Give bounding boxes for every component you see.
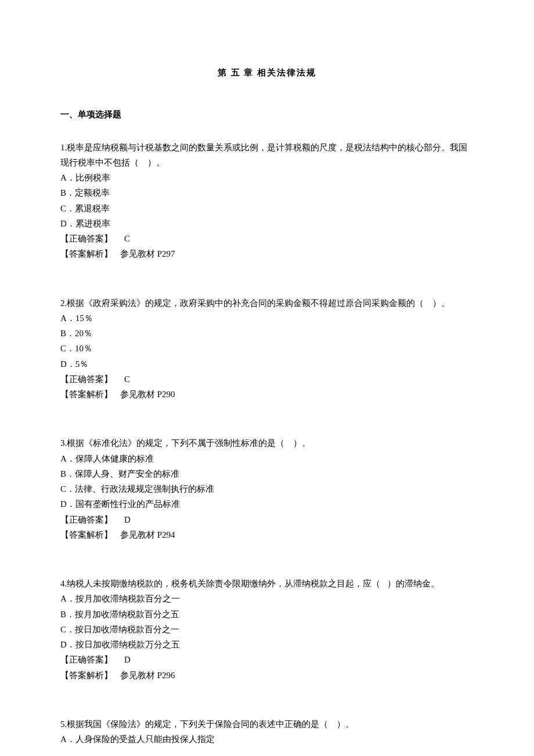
question-stem: 4.纳税人未按期缴纳税款的，税务机关除责令限期缴纳外，从滞纳税款之目起，应（ ）… [60,576,474,591]
option-a: A．按月加收滞纳税款百分之一 [60,591,474,606]
option-b: B．按月加收滞纳税款百分之五 [60,607,474,622]
answer-analysis-value: 参见教材 P297 [120,246,175,261]
option-d: D．国有垄断性行业的产品标准 [60,496,474,512]
option-c: C．按日加收滞纳税款百分之一 [60,622,474,637]
option-d: D．按日加收滞纳税款万分之五 [60,637,474,652]
question-3: 3.根据《标准化法》的规定，下列不属于强制性标准的是（ ）。 A．保障人体健康的… [60,435,474,542]
chapter-title: 第 五 章 相关法律法规 [60,65,474,80]
question-stem: 3.根据《标准化法》的规定，下列不属于强制性标准的是（ ）。 [60,435,474,451]
section-title: 一、单项选择题 [60,107,474,122]
question-4: 4.纳税人未按期缴纳税款的，税务机关除责令限期缴纳外，从滞纳税款之目起，应（ ）… [60,576,474,683]
option-a: A．保障人体健康的标准 [60,451,474,466]
question-stem: 2.根据《政府采购法》的规定，政府采购中的补充合同的采购金额不得超过原合同采购金… [60,296,474,311]
answer-analysis-label: 【答案解析】 [60,387,113,402]
option-a: A．比例税率 [60,170,474,185]
option-d: D．5％ [60,357,474,372]
answer-analysis-label: 【答案解析】 [60,246,113,261]
answer-analysis-value: 参见教材 P294 [120,527,175,542]
option-c: C．10％ [60,341,474,356]
correct-answer-label: 【正确答案】 [60,231,113,246]
question-5: 5.根据我国《保险法》的规定，下列关于保险合同的表述中正确的是（ ）。 A．人身… [60,717,474,747]
option-b: B．20％ [60,326,474,341]
option-b: B．定额税率 [60,185,474,200]
correct-answer-label: 【正确答案】 [60,372,113,387]
question-stem: 5.根据我国《保险法》的规定，下列关于保险合同的表述中正确的是（ ）。 [60,717,474,732]
correct-answer-label: 【正确答案】 [60,512,113,527]
correct-answer-value: D [124,652,131,667]
correct-answer-value: C [124,372,130,387]
question-1: 1.税率是应纳税额与计税基数之间的数量关系或比例，是计算税额的尺度，是税法结构中… [60,140,474,262]
option-b: B．保障人身、财产安全的标准 [60,466,474,481]
correct-answer-value: D [124,512,131,527]
option-a: A．15％ [60,311,474,326]
answer-analysis-value: 参见教材 P290 [120,387,175,402]
answer-analysis-label: 【答案解析】 [60,527,113,542]
answer-analysis-value: 参见教材 P296 [120,668,175,683]
option-c: C．法律、行政法规规定强制执行的标准 [60,481,474,496]
answer-analysis-label: 【答案解析】 [60,668,113,683]
option-d: D．累进税率 [60,216,474,231]
correct-answer-value: C [124,231,130,246]
option-a: A．人身保险的受益人只能由投保人指定 [60,732,474,747]
option-c: C．累退税率 [60,201,474,216]
correct-answer-label: 【正确答案】 [60,652,113,667]
question-stem: 1.税率是应纳税额与计税基数之间的数量关系或比例，是计算税额的尺度，是税法结构中… [60,140,474,171]
question-2: 2.根据《政府采购法》的规定，政府采购中的补充合同的采购金额不得超过原合同采购金… [60,296,474,402]
